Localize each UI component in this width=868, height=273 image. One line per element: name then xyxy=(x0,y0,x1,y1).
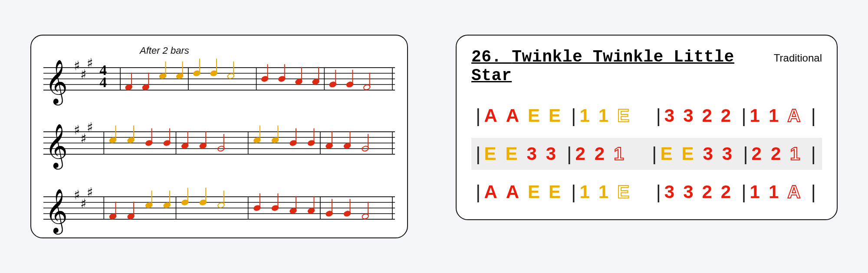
svg-text:♯: ♯ xyxy=(80,67,87,81)
staff-line-2: 𝄞♯♯♯ xyxy=(43,114,395,174)
tab-note: E xyxy=(505,143,519,164)
tab-note: 2 xyxy=(702,105,713,126)
tab-note: E xyxy=(528,182,542,202)
tab-note: E xyxy=(549,182,562,202)
song-number: 26. xyxy=(471,48,502,66)
barline: | xyxy=(809,143,819,165)
svg-text:𝄞: 𝄞 xyxy=(45,60,68,106)
tab-note: 2 xyxy=(752,143,763,164)
tab-note: A xyxy=(787,182,802,202)
barline: | xyxy=(569,105,579,127)
tab-note: 2 xyxy=(595,143,606,164)
tablature-body: |AAEE|11E|3322|11A||EE33|221|EE33|221||A… xyxy=(471,100,822,208)
tab-line: |AAEE|11E|3322|11A| xyxy=(471,176,822,208)
tab-note: 3 xyxy=(722,143,734,164)
svg-text:♯: ♯ xyxy=(80,196,87,211)
tab-note: E xyxy=(617,182,631,202)
svg-text:𝄞: 𝄞 xyxy=(45,189,68,235)
tab-note: A xyxy=(506,105,521,126)
svg-text:♯: ♯ xyxy=(74,188,80,202)
tablature-card: 26. Twinkle Twinkle Little Star Traditio… xyxy=(456,35,838,220)
tab-line: |EE33|221|EE33|221| xyxy=(471,138,822,170)
song-name: Twinkle Twinkle Little Star xyxy=(471,48,734,85)
tab-note: 1 xyxy=(769,182,780,202)
staff-svg: 𝄞♯♯♯ xyxy=(43,179,395,239)
barline: | xyxy=(740,105,750,127)
tab-note: 1 xyxy=(750,105,762,126)
staff-line-1: 𝄞♯♯♯44 xyxy=(43,49,395,110)
tab-note: E xyxy=(549,105,562,126)
tab-note: 3 xyxy=(683,182,695,202)
staff-line-3: 𝄞♯♯♯ xyxy=(43,179,395,239)
barline: | xyxy=(741,143,751,165)
tab-note: A xyxy=(787,105,802,126)
svg-text:♯: ♯ xyxy=(87,120,93,134)
barline: | xyxy=(809,105,819,127)
barline: | xyxy=(654,181,664,203)
tab-note: 2 xyxy=(721,105,733,126)
tab-note: 2 xyxy=(575,143,587,164)
tab-note: 3 xyxy=(703,143,714,164)
tab-note: E xyxy=(617,105,631,126)
svg-text:4: 4 xyxy=(99,74,107,90)
tab-note: 2 xyxy=(702,182,713,202)
svg-text:♯: ♯ xyxy=(87,185,93,199)
tab-note: 2 xyxy=(771,143,783,164)
svg-text:♯: ♯ xyxy=(87,56,93,70)
tab-line: |AAEE|11E|3322|11A| xyxy=(471,100,822,132)
attribution: Traditional xyxy=(774,52,822,64)
tab-note: 1 xyxy=(598,105,610,126)
tab-note: 1 xyxy=(769,105,780,126)
barline: | xyxy=(569,181,579,203)
tab-note: A xyxy=(506,182,521,202)
tab-note: 3 xyxy=(526,143,538,164)
barline: | xyxy=(474,105,484,127)
tab-note: E xyxy=(661,143,674,164)
svg-text:♯: ♯ xyxy=(74,123,80,137)
svg-text:♯: ♯ xyxy=(74,58,80,73)
tab-note: 1 xyxy=(614,143,625,164)
tab-note: E xyxy=(484,143,498,164)
barline: | xyxy=(474,181,484,203)
title-row: 26. Twinkle Twinkle Little Star Traditio… xyxy=(471,48,822,85)
tab-note: E xyxy=(528,105,542,126)
tab-note: 2 xyxy=(721,182,733,202)
notation-card: After 2 bars 𝄞♯♯♯44 𝄞♯♯♯ 𝄞♯♯♯ xyxy=(30,35,408,238)
staff-svg: 𝄞♯♯♯ xyxy=(43,114,395,174)
song-title: 26. Twinkle Twinkle Little Star xyxy=(471,48,766,85)
tab-note: 3 xyxy=(546,143,558,164)
barline: | xyxy=(809,181,819,203)
tab-note: A xyxy=(484,182,499,202)
barline: | xyxy=(650,143,660,165)
barline: | xyxy=(654,105,664,127)
svg-text:𝄞: 𝄞 xyxy=(45,124,68,170)
barline: | xyxy=(740,181,750,203)
staff-svg: 𝄞♯♯♯44 xyxy=(43,49,395,110)
svg-text:♯: ♯ xyxy=(80,131,87,146)
tab-note: 3 xyxy=(664,182,676,202)
tab-note: 1 xyxy=(790,143,802,164)
tab-note: 3 xyxy=(664,105,676,126)
tab-note: 1 xyxy=(579,105,591,126)
barline: | xyxy=(565,143,575,165)
tab-note: A xyxy=(484,105,499,126)
tab-note: E xyxy=(682,143,696,164)
tab-note: 1 xyxy=(598,182,610,202)
tab-note: 3 xyxy=(683,105,695,126)
tab-note: 1 xyxy=(750,182,762,202)
barline: | xyxy=(474,143,484,165)
tab-note: 1 xyxy=(579,182,591,202)
